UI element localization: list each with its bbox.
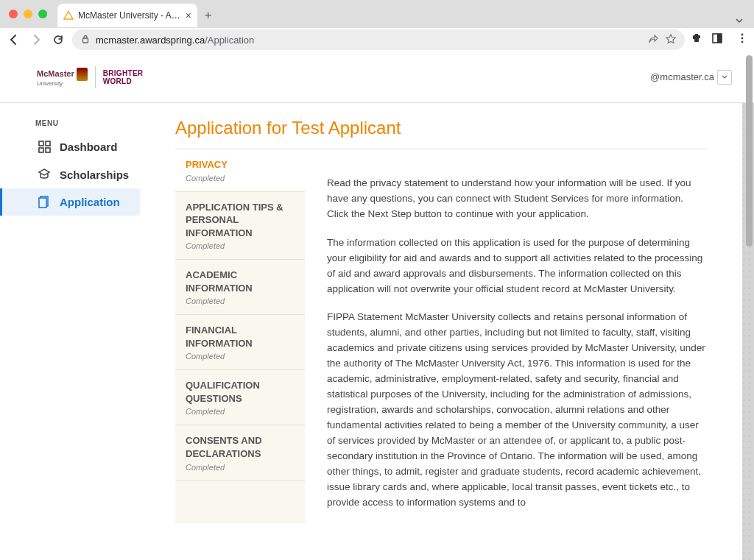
user-label: @mcmaster.ca	[650, 71, 714, 82]
site-header: McMaster University BRIGHTER WORLD @mcma…	[0, 52, 754, 103]
privacy-paragraph-1: Read the privacy statement to understand…	[327, 176, 707, 222]
logo-divider	[95, 66, 96, 88]
tab-title: McMaster University - Applicat	[78, 10, 181, 21]
svg-point-4	[741, 34, 744, 36]
step-qualification[interactable]: QUALIFICATION QUESTIONS Completed	[175, 370, 305, 425]
crest-icon	[77, 68, 88, 81]
scholarships-icon	[38, 168, 51, 181]
sidebar-item-dashboard[interactable]: Dashboard	[0, 133, 140, 160]
step-application-tips[interactable]: APPLICATION TIPS & PERSONAL INFORMATION …	[175, 192, 305, 260]
new-tab-button[interactable]: +	[205, 9, 211, 22]
main-area: Application for Test Applicant PRIVACY C…	[140, 103, 754, 560]
window-minimize[interactable]	[24, 10, 32, 18]
dashboard-icon	[38, 141, 51, 153]
address-bar[interactable]: mcmaster.awardspring.ca/Application	[72, 29, 685, 50]
step-financial-info[interactable]: FINANCIAL INFORMATION Completed	[175, 315, 305, 370]
browser-toolbar: mcmaster.awardspring.ca/Application	[0, 28, 754, 52]
forward-button[interactable]	[28, 34, 44, 46]
svg-marker-0	[64, 11, 73, 19]
svg-rect-9	[39, 148, 43, 152]
svg-rect-10	[46, 148, 50, 152]
bookmark-icon[interactable]	[666, 34, 676, 46]
svg-rect-8	[46, 141, 50, 146]
steps-column: PRIVACY Completed APPLICATION TIPS & PER…	[175, 149, 305, 523]
sidebar-item-label: Dashboard	[60, 141, 117, 153]
mcmaster-logo: McMaster University	[37, 68, 88, 87]
step-privacy[interactable]: PRIVACY Completed	[175, 149, 305, 192]
lock-icon	[81, 35, 90, 46]
browser-chrome: McMaster University - Applicat × + mcmas…	[0, 0, 754, 52]
window-maximize[interactable]	[38, 10, 47, 18]
application-grid: PRIVACY Completed APPLICATION TIPS & PER…	[175, 149, 707, 523]
tabs-overflow-icon[interactable]	[735, 15, 744, 28]
panel-icon[interactable]	[711, 32, 723, 47]
reload-button[interactable]	[50, 34, 66, 46]
tab-bar: McMaster University - Applicat × +	[57, 4, 754, 26]
window-controls	[9, 10, 47, 18]
share-icon[interactable]	[648, 34, 658, 46]
sidebar-item-application[interactable]: Application	[0, 188, 140, 216]
url-path: /Application	[205, 35, 254, 46]
sidebar-item-scholarships[interactable]: Scholarships	[0, 160, 140, 188]
logo[interactable]: McMaster University BRIGHTER WORLD	[37, 66, 143, 88]
privacy-paragraph-3: FIPPA Statement McMaster University coll…	[327, 310, 707, 510]
sidebar: MENU Dashboard Scholarships Appli	[0, 103, 140, 560]
page: McMaster University BRIGHTER WORLD @mcma…	[0, 52, 754, 560]
svg-rect-3	[717, 34, 722, 43]
brighter-world-logo: BRIGHTER WORLD	[103, 69, 144, 85]
scrollbar-thumb[interactable]	[746, 55, 753, 247]
menu-heading: MENU	[0, 119, 140, 133]
tab-close-icon[interactable]: ×	[186, 10, 191, 21]
application-icon	[38, 196, 51, 208]
privacy-paragraph-2: The information collected on this applic…	[327, 235, 707, 297]
svg-point-5	[741, 38, 744, 40]
tab-favicon-icon	[63, 10, 74, 21]
sidebar-item-label: Scholarships	[60, 169, 129, 181]
menu-icon[interactable]	[736, 32, 748, 47]
browser-tab[interactable]: McMaster University - Applicat ×	[57, 4, 197, 27]
sidebar-item-label: Application	[60, 196, 120, 208]
user-dropdown-icon[interactable]	[717, 70, 732, 85]
user-menu[interactable]: @mcmaster.ca	[650, 70, 732, 85]
step-academic-info[interactable]: ACADEMIC INFORMATION Completed	[175, 260, 305, 315]
step-consents[interactable]: CONSENTS AND DECLARATIONS Completed	[175, 425, 305, 481]
svg-rect-12	[39, 198, 46, 208]
page-title: Application for Test Applicant	[175, 118, 707, 138]
window-close[interactable]	[9, 10, 18, 18]
extensions-icon[interactable]	[691, 32, 702, 47]
svg-rect-7	[39, 141, 43, 146]
url-host: mcmaster.awardspring.ca	[96, 35, 205, 46]
svg-rect-1	[83, 38, 88, 43]
back-button[interactable]	[6, 34, 22, 46]
step-detail: Read the privacy statement to understand…	[327, 149, 707, 523]
svg-point-6	[741, 41, 744, 43]
